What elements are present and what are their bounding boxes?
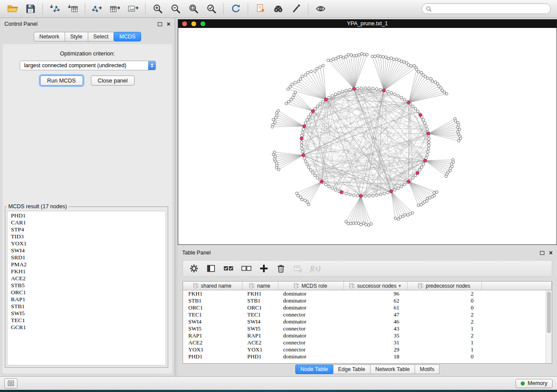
cell-shared_name[interactable]: STB1 (183, 297, 242, 304)
mcds-node-item[interactable]: STB5 (7, 282, 166, 289)
cell-predecessors[interactable]: 1 (407, 325, 481, 332)
table-row[interactable]: ACE2ACE2connector311 (183, 339, 552, 346)
export-network-button[interactable] (88, 1, 106, 16)
cell-successors[interactable]: 47 (343, 311, 407, 318)
mcds-node-item[interactable]: STP4 (7, 226, 166, 233)
column-header-predecessor-nodes[interactable]: predecessor nodes (407, 282, 481, 290)
scrollbar-thumb[interactable] (547, 292, 551, 333)
zoom-in-button[interactable] (149, 1, 166, 16)
cell-shared_name[interactable]: FKH1 (183, 290, 242, 298)
cell-name[interactable]: ACE2 (242, 339, 278, 346)
mcds-node-item[interactable]: CAR1 (7, 219, 166, 226)
cell-shared_name[interactable]: YOX1 (183, 346, 242, 353)
cell-role[interactable]: dominator (278, 332, 343, 339)
cell-predecessors[interactable]: 2 (407, 311, 481, 318)
mcds-node-item[interactable]: SWI4 (7, 247, 166, 254)
network-canvas[interactable] (178, 28, 557, 244)
cell-successors[interactable]: 46 (343, 318, 407, 325)
column-header-shared-name[interactable]: shared name (183, 282, 242, 290)
cell-role[interactable]: dominator (278, 304, 343, 311)
cell-successors[interactable]: 31 (343, 339, 407, 346)
cell-role[interactable]: connector (278, 325, 343, 332)
tab-network[interactable]: Network (34, 32, 65, 41)
network-graph[interactable] (178, 28, 557, 244)
tab-style[interactable]: Style (65, 32, 88, 41)
mcds-node-item[interactable]: ACE2 (7, 275, 166, 282)
cell-successors[interactable]: 62 (343, 297, 407, 304)
mcds-node-item[interactable]: SWI5 (7, 310, 166, 317)
delete-table-button[interactable] (293, 264, 303, 273)
apply-style-button[interactable] (287, 1, 305, 16)
refresh-button[interactable] (227, 1, 245, 16)
network-titlebar[interactable]: YPA_prune.txt_1 (178, 20, 557, 28)
cell-predecessors[interactable]: 0 (407, 353, 481, 360)
float-panel-icon[interactable] (540, 251, 544, 255)
cell-successors[interactable]: 96 (343, 290, 407, 298)
table-row[interactable]: SWI4SWI4dominator462 (183, 318, 552, 325)
search-input[interactable] (434, 5, 547, 13)
cell-shared_name[interactable]: PHD1 (183, 353, 242, 360)
cell-role[interactable]: dominator (278, 290, 343, 298)
float-panel-icon[interactable] (158, 22, 162, 26)
cell-predecessors[interactable]: 0 (407, 304, 481, 311)
cell-predecessors[interactable]: 1 (407, 339, 481, 346)
cell-name[interactable]: SWI4 (242, 318, 278, 325)
mcds-node-item[interactable]: YOX1 (7, 240, 166, 247)
column-header-successor-nodes[interactable]: successor nodes▾ (343, 282, 407, 290)
cell-name[interactable]: TEC1 (242, 311, 278, 318)
cell-successors[interactable]: 18 (343, 353, 407, 360)
cell-name[interactable]: RAP1 (242, 332, 278, 339)
open-file-button[interactable] (3, 1, 21, 16)
table-row[interactable]: STB1STB1dominator620 (183, 297, 552, 304)
tab-node-table[interactable]: Node Table (295, 364, 333, 374)
column-header-name[interactable]: name (242, 282, 278, 290)
cell-shared_name[interactable]: RAP1 (183, 332, 242, 339)
save-button[interactable] (21, 1, 39, 16)
select-all-button[interactable] (223, 264, 234, 273)
cell-name[interactable]: FKH1 (242, 290, 278, 298)
criterion-dropdown[interactable]: largest connected component (undirected) (20, 61, 156, 70)
add-row-button[interactable] (259, 264, 269, 273)
tab-network-table[interactable]: Network Table (370, 364, 415, 374)
table-settings-button[interactable] (189, 264, 199, 273)
export-table-button[interactable] (106, 1, 124, 16)
column-header-mcds-role[interactable]: MCDS role (278, 282, 343, 290)
cell-role[interactable]: dominator (278, 297, 343, 304)
tab-edge-table[interactable]: Edge Table (333, 364, 370, 374)
panel-list-button[interactable] (4, 378, 17, 389)
table-row[interactable]: SWI5SWI5connector431 (183, 325, 552, 332)
cell-role[interactable]: connector (278, 346, 343, 353)
table-row[interactable]: TEC1TEC1connector472 (183, 311, 552, 318)
close-panel-button[interactable]: Close panel (91, 76, 135, 86)
close-panel-icon[interactable]: × (167, 21, 170, 27)
show-column-button[interactable] (206, 264, 216, 273)
import-network-button[interactable] (46, 1, 64, 16)
copy-document-button[interactable] (251, 1, 269, 16)
cell-name[interactable]: STB1 (242, 297, 278, 304)
table-scrollbar[interactable] (546, 290, 552, 363)
zoom-selected-button[interactable] (202, 1, 220, 16)
cell-successors[interactable]: 35 (343, 332, 407, 339)
cell-role[interactable]: connector (278, 311, 343, 318)
cell-shared_name[interactable]: ACE2 (183, 339, 242, 346)
run-mcds-button[interactable]: Run MCDS (40, 76, 83, 86)
cell-role[interactable]: dominator (278, 353, 343, 360)
mcds-node-item[interactable]: ORC1 (7, 289, 166, 296)
cell-predecessors[interactable]: 2 (407, 318, 481, 325)
mcds-node-item[interactable]: FKH1 (7, 268, 166, 275)
cell-successors[interactable]: 29 (343, 346, 407, 353)
mcds-node-item[interactable]: TID3 (7, 233, 166, 240)
memory-button[interactable]: Memory (515, 379, 553, 388)
delete-row-button[interactable] (276, 264, 286, 273)
table-row[interactable]: FKH1FKH1dominator962 (183, 290, 552, 298)
function-builder-button[interactable]: f(x) (310, 264, 321, 273)
mcds-node-item[interactable]: TEC1 (7, 317, 166, 324)
table-row[interactable]: YOX1YOX1connector291 (183, 346, 552, 353)
mcds-node-item[interactable]: SRD1 (7, 254, 166, 261)
mcds-node-item[interactable]: GCR1 (7, 324, 166, 331)
cell-successors[interactable]: 61 (343, 304, 407, 311)
zoom-out-button[interactable] (166, 1, 184, 16)
mcds-result-list[interactable]: PHD1CAR1STP4TID3YOX1SWI4SRD1PMA2FKH1ACE2… (7, 211, 166, 365)
cell-role[interactable]: dominator (278, 318, 343, 325)
cell-name[interactable]: ORC1 (242, 304, 278, 311)
